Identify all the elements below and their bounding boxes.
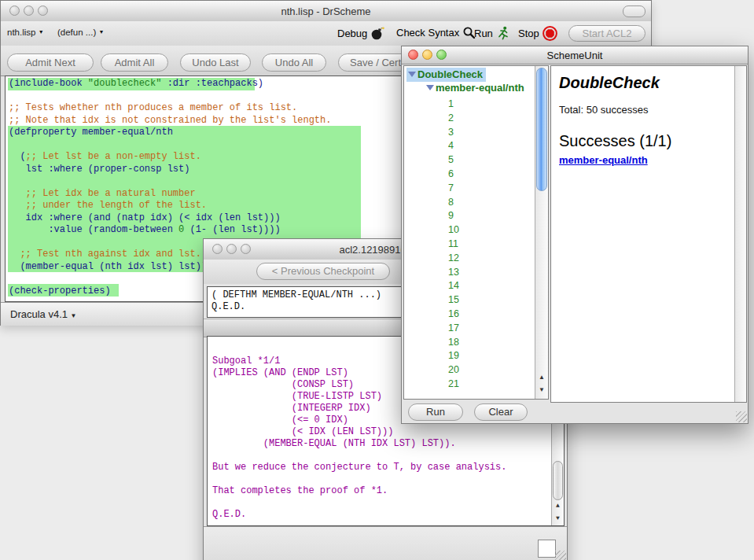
stop-button[interactable]: Stop (518, 26, 557, 41)
tree-case-15[interactable]: 15 (448, 293, 459, 308)
check-syntax-button[interactable]: Check Syntax (396, 26, 476, 39)
tree-case-11[interactable]: 11 (448, 238, 459, 252)
code-line: idx :where (and (natp idx) (< idx (len l… (9, 212, 331, 225)
detail-heading: DoubleCheck (559, 74, 726, 92)
text-line: (< IDX (LEN LST))) (212, 426, 506, 438)
tree-case-7[interactable]: 7 (448, 182, 459, 196)
scroll-up-icon[interactable]: ▲ (535, 372, 548, 383)
clear-button[interactable]: Clear (474, 403, 528, 421)
text-line (212, 497, 506, 509)
schemeunit-button-bar: Run Clear (402, 401, 748, 424)
tree-case-3[interactable]: 3 (448, 126, 459, 140)
scrollbar-thumb[interactable] (553, 461, 563, 500)
code-line: :value (random-between 0 (1- (len lst)))… (9, 224, 331, 237)
previous-checkpoint-button[interactable]: < Previous Checkpoint (256, 263, 390, 280)
tree-case-14[interactable]: 14 (448, 279, 459, 293)
window-title: nth.lisp - DrScheme (1, 6, 651, 17)
start-acl2-button[interactable]: Start ACL2 (568, 25, 645, 42)
resize-grip[interactable] (736, 411, 747, 422)
drscheme-toolbar: nth.lisp ▼ (defun ...) ▼ Debug Check Syn… (1, 21, 651, 46)
tree-case-12[interactable]: 12 (448, 252, 459, 266)
tree-cases: 123456789101112131415161718192021 (448, 98, 459, 392)
stop-icon (543, 26, 557, 41)
tree-case-10[interactable]: 10 (448, 223, 459, 238)
text-line: (MEMBER-EQUAL (NTH IDX LST) LST)). (212, 438, 506, 450)
text-line: Q.E.D. (212, 509, 506, 521)
scroll-up-icon[interactable]: ▲ (552, 500, 564, 511)
tree-case-5[interactable]: 5 (448, 153, 459, 168)
code-line: (include-book "doublecheck" :dir :teachp… (9, 78, 331, 90)
resize-grip[interactable] (555, 551, 566, 560)
chevron-down-icon: ▼ (71, 312, 77, 319)
run-button[interactable]: Run (474, 26, 509, 40)
filename-menu[interactable]: nth.lisp ▼ (7, 28, 44, 37)
code-line: (;; Let lst be a non-empty list. (9, 151, 331, 164)
disclosure-triangle-icon[interactable] (408, 72, 416, 77)
tree-case-21[interactable]: 21 (448, 378, 459, 392)
admit-next-button[interactable]: Admit Next (7, 53, 94, 72)
tree-scrollbar[interactable]: ▲ ▼ (535, 66, 548, 399)
acl2-bottom-bar (204, 526, 567, 560)
tree-case-20[interactable]: 20 (448, 363, 459, 378)
code-line: ;; Tests whether nth produces a member o… (9, 102, 331, 115)
scroll-down-icon[interactable]: ▼ (535, 385, 548, 396)
successes-heading: Successes (1/1) (559, 132, 726, 150)
tree-case-6[interactable]: 6 (448, 168, 459, 182)
schemeunit-titlebar: SchemeUnit (402, 46, 748, 64)
debug-button[interactable]: Debug (337, 26, 384, 40)
window-title: SchemeUnit (402, 50, 748, 61)
tree-case-18[interactable]: 18 (448, 336, 459, 350)
drscheme-titlebar: nth.lisp - DrScheme (1, 1, 651, 22)
disclosure-triangle-icon[interactable] (426, 85, 434, 90)
code-line: (defproperty member-equal/nth (9, 127, 331, 139)
text-line: But we reduce the conjecture to T, by ca… (212, 462, 506, 473)
run-tests-button[interactable]: Run (408, 403, 463, 421)
tree-case-19[interactable]: 19 (448, 349, 459, 363)
defun-menu[interactable]: (defun ...) ▼ (57, 28, 104, 37)
undo-last-button[interactable]: Undo Last (180, 53, 251, 72)
code-line: ;; Note that idx is not constrained by t… (9, 115, 331, 127)
chevron-down-icon: ▼ (39, 29, 44, 35)
code-line: ;; Let idx be a natural number (9, 188, 331, 201)
code-line (9, 175, 331, 188)
tree-case-17[interactable]: 17 (448, 322, 459, 336)
scroll-down-icon[interactable]: ▼ (552, 513, 564, 524)
tree-case-16[interactable]: 16 (448, 308, 459, 322)
total-successes: Total: 50 successes (559, 104, 726, 116)
test-tree-pane: DoubleCheck member-equal/nth 12345678910… (403, 65, 549, 400)
tree-case-8[interactable]: 8 (448, 196, 459, 210)
tree-item-member-equal-nth[interactable]: member-equal/nth (426, 82, 524, 94)
text-line (212, 473, 506, 485)
tree-case-1[interactable]: 1 (448, 98, 459, 112)
windowshade-button[interactable] (623, 6, 645, 17)
code-line (9, 139, 331, 152)
tree-case-13[interactable]: 13 (448, 266, 459, 280)
schemeunit-window: SchemeUnit DoubleCheck member-equal/nth … (401, 46, 748, 424)
detail-scrollbar[interactable] (734, 66, 746, 402)
undo-all-button[interactable]: Undo All (262, 53, 326, 72)
tree-item-doublecheck[interactable]: DoubleCheck (406, 68, 486, 80)
result-detail-panel: DoubleCheck Total: 50 successes Successe… (550, 65, 747, 403)
scrollbar-thumb[interactable] (536, 68, 547, 191)
text-line (212, 450, 506, 462)
runner-icon (496, 26, 509, 40)
text-line: That completes the proof of *1. (212, 485, 506, 497)
member-equal-nth-link[interactable]: member-equal/nth (559, 154, 726, 166)
admit-all-button[interactable]: Admit All (101, 53, 168, 72)
chevron-down-icon: ▼ (98, 29, 104, 35)
checkbox[interactable] (538, 540, 556, 558)
tree-case-2[interactable]: 2 (448, 112, 459, 126)
code-line: ;; under the length of the list. (9, 200, 331, 212)
code-line: lst :where (proper-consp lst) (9, 164, 331, 176)
tree-case-9[interactable]: 9 (448, 209, 459, 223)
tree-case-4[interactable]: 4 (448, 139, 459, 153)
bomb-icon (370, 26, 384, 40)
code-line (9, 90, 331, 103)
